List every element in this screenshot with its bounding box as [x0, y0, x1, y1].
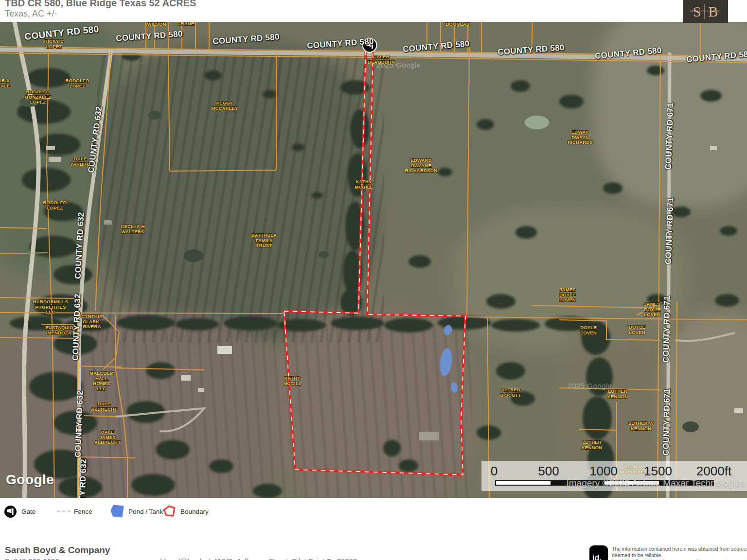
- scale-tick: 2000ft: [696, 464, 731, 479]
- pond-icon-shape: [110, 505, 124, 518]
- parcel-owner-label: DOYLE LOVEN: [580, 325, 597, 335]
- disclaimer-text: The information contained herein was obt…: [612, 546, 747, 560]
- scale-tick: 500: [538, 464, 559, 479]
- road-label: COUNTY RD 632: [73, 390, 86, 457]
- road-label: COUNTY RD 671: [661, 388, 672, 455]
- parcel-owner-label: EDWARD DWAYNE RICHARDSON: [405, 158, 437, 174]
- page-title: TBD CR 580, Blue Ridge Texas 52 ACRES: [5, 0, 196, 9]
- legend-label-fence: Fence: [74, 505, 92, 518]
- satellite-map[interactable]: COUNTY RD 580COUNTY RD 580COUNTY RD 580C…: [0, 22, 747, 498]
- scale-tick: 0: [491, 464, 498, 479]
- google-logo[interactable]: Google: [6, 472, 54, 488]
- footer-address: 110 S. Jefferson Street, Pilot Point Tx …: [214, 557, 357, 560]
- parcel-owner-label: WILSON: [147, 22, 166, 27]
- legend-label-boundary: Boundary: [180, 505, 209, 518]
- road-label: COUNTY RD 580: [307, 36, 374, 51]
- parcel-owner-label: KATHY MCGILL: [355, 179, 373, 190]
- road-label: COUNTY RD 632: [77, 459, 89, 498]
- scale-tick: 1500: [644, 464, 672, 479]
- parcel-owner-label: DALE ALBRECHT: [91, 402, 117, 412]
- road-label: COUNTY RD 580: [595, 46, 662, 61]
- road-label: COUNTY RD 671: [664, 103, 676, 170]
- road-label: COUNTY RD 671: [664, 197, 676, 264]
- parcel-owner-label: DOUGLAS: [446, 22, 470, 27]
- parcel-owner-label: BATTHULA FAMILY TRUST: [251, 233, 277, 248]
- footer: Sarah Boyd & Company P: 940-202-0082 sar…: [0, 536, 747, 560]
- logo-small-text: SARAH BOYD & COMPANY: [683, 10, 728, 12]
- parcel-owner-label: PEGGY MCCARLEY: [211, 101, 238, 111]
- parcel-owner-label: DALE YARBRO: [70, 157, 90, 167]
- road-label: COUNTY RD 580: [213, 32, 280, 47]
- scale-segment: [496, 481, 551, 485]
- parcel-owner-label: HARDORMILLS PROPERTIES LLC: [33, 299, 68, 315]
- scale-tick: 1000: [589, 464, 618, 479]
- parcel-owner-label: LUTHER W KENNON: [628, 421, 654, 431]
- parcel-owner-label: EUSTAQUIO MENDOZA: [45, 325, 73, 335]
- parcel-owner-label: CYNTHIA CLARK- RIVERA: [81, 314, 103, 330]
- parcel-owner-label: RICKY C LOPEZ: [44, 39, 64, 49]
- parcel-owner-label: ALFRED B SCOTT: [500, 387, 521, 398]
- road-label: COUNTY RD 580: [686, 49, 747, 65]
- page: COUNTY RD 580COUNTY RD 580COUNTY RD 580C…: [0, 0, 747, 560]
- parcel-owner-label: CRANE: [178, 22, 195, 26]
- land-id-logo: id.: [589, 545, 608, 560]
- map-labels: COUNTY RD 580COUNTY RD 580COUNTY RD 580C…: [0, 22, 747, 498]
- parcel-owner-label: JAMES DOYLE LOVEN: [559, 287, 576, 303]
- parcel-owner-label: LUTHER KENNON: [607, 389, 628, 399]
- disclaimer-line: deemed to be reliable.: [612, 552, 747, 559]
- legend-label-pond: Pond / Tank: [128, 505, 163, 518]
- header: TBD CR 580, Blue Ridge Texas 52 ACRES Te…: [0, 0, 747, 22]
- fence-icon: [56, 505, 72, 518]
- pond-icon: [110, 505, 124, 518]
- imagery-attribution: Imagery ©2025 Airbus, Maxar Technologies: [567, 478, 745, 489]
- boundary-icon: [162, 505, 178, 518]
- road-label: COUNTY RD 580: [116, 29, 183, 44]
- gate-icon: [4, 505, 17, 518]
- disclaimer-line: The information contained herein was obt…: [612, 546, 747, 552]
- footer-phone: P: 940-202-0082: [5, 557, 59, 560]
- legend-label-gate: Gate: [21, 505, 36, 518]
- parcel-owner-label: CALEB BLAGBURN: [368, 54, 395, 65]
- parcel-owner-label: LUTHER KENNON: [582, 440, 602, 450]
- road-label: COUNTY RD 580: [498, 43, 565, 57]
- road-label: COUNTY RD 580: [403, 39, 470, 54]
- boundary-icon-shape: [162, 505, 178, 519]
- legend: Gate Fence Pond / Tank Boundary: [0, 498, 747, 536]
- road-label: COUNTY RD 671: [661, 296, 672, 363]
- parcel-owner-label: EDWAR DWAYN RICHARDS: [568, 130, 593, 145]
- parcel-owner-label: DALE JAMES ALBRECHT: [94, 430, 121, 445]
- parcel-owner-label: AR X ZALE: [0, 78, 10, 88]
- parcel-owner-label: MALCOLM HALL HOMES LLC: [89, 371, 114, 392]
- parcel-owner-label: RODOLFO LOPEZ: [66, 78, 89, 88]
- company-logo: S B SARAH BOYD & COMPANY: [683, 0, 728, 23]
- parcel-owner-label: DOYLE LOVEN: [629, 325, 645, 335]
- parcel-owner-label: RODOLFO LOPEZ: [43, 200, 67, 210]
- parcel-owner-label: RODOLFO GONZALEZ LOPEZ: [25, 89, 51, 105]
- parcel-owner-label: KATHY MCGILL: [283, 376, 302, 386]
- page-subtitle: Texas, AC +/-: [5, 9, 57, 19]
- road-label: COUNTY RD 632: [73, 212, 86, 280]
- parcel-owner-label: JAMES DOYLE LOVEN: [644, 302, 660, 317]
- parcel-owner-label: CECILIA H WALTERS: [121, 224, 145, 234]
- company-name: Sarah Boyd & Company: [5, 545, 110, 556]
- legend-item-gate: [4, 505, 17, 518]
